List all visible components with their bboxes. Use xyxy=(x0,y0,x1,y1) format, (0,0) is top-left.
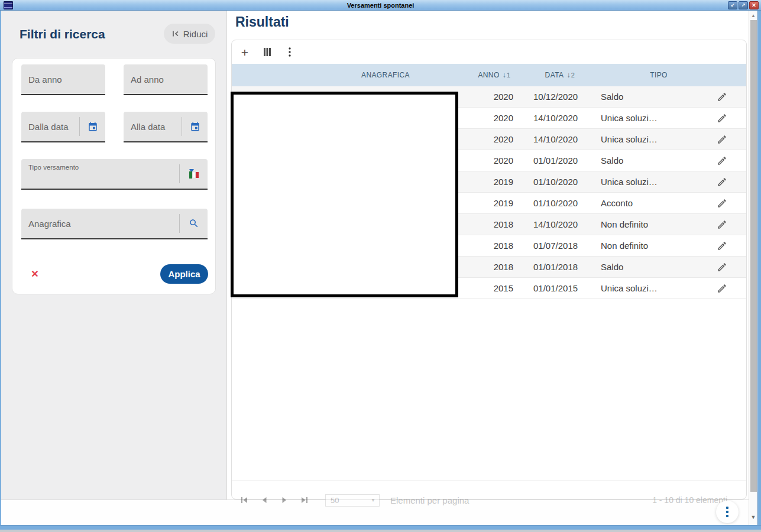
scrollbar-thumb[interactable] xyxy=(750,20,757,492)
da-anno-field xyxy=(21,64,105,95)
pencil-icon xyxy=(717,219,727,230)
pencil-icon xyxy=(717,262,727,273)
pencil-icon xyxy=(717,283,727,294)
alla-data-calendar-button[interactable] xyxy=(182,117,208,136)
minimize-button[interactable]: ↙ xyxy=(728,1,737,9)
kebab-menu-icon xyxy=(726,507,728,517)
sort-order-badge: 2 xyxy=(571,72,575,79)
calendar-icon xyxy=(190,121,200,132)
pencil-icon xyxy=(717,113,727,124)
pencil-icon xyxy=(717,92,727,102)
table-header-row: ANAGRAFICA ANNO ↓ 1 DATA ↓ 2 TIPO xyxy=(232,64,746,86)
window-frame-right xyxy=(757,11,761,525)
tipo-versamento-select-button[interactable] xyxy=(179,164,208,183)
dalla-data-calendar-button[interactable] xyxy=(79,117,105,136)
results-title: Risultati xyxy=(235,14,289,30)
tipo-versamento-label: Tipo versamento xyxy=(28,164,79,171)
search-icon xyxy=(189,218,199,229)
vertical-scrollbar[interactable]: ▲ ▼ xyxy=(749,11,757,525)
pagination-range-label: 1 - 10 di 10 elementi xyxy=(652,495,727,505)
edit-row-button[interactable] xyxy=(714,153,730,168)
collapse-label: Riduci xyxy=(183,29,208,39)
results-toolbar: + xyxy=(232,40,297,64)
maximize-button[interactable]: ↗ xyxy=(739,1,748,9)
card-footer-divider xyxy=(232,481,746,481)
edit-row-button[interactable] xyxy=(714,196,730,211)
previous-page-button[interactable] xyxy=(260,496,268,504)
window-titlebar[interactable]: Versamenti spontanei ↙ ↗ ✕ xyxy=(0,0,761,11)
collapse-filters-button[interactable]: Riduci xyxy=(164,24,215,44)
clear-filters-button[interactable]: ✕ xyxy=(28,267,42,281)
dalla-data-field xyxy=(21,112,105,142)
edit-row-button[interactable] xyxy=(714,174,730,190)
table-menu-button[interactable] xyxy=(283,45,297,59)
columns-icon xyxy=(263,47,272,57)
scroll-down-arrow-icon[interactable]: ▼ xyxy=(749,514,757,520)
plus-icon: + xyxy=(241,46,248,59)
edit-row-button[interactable] xyxy=(714,217,730,232)
ad-anno-field xyxy=(124,64,208,95)
apply-filters-button[interactable]: Applica xyxy=(160,264,208,284)
clear-icon: ✕ xyxy=(31,269,38,279)
items-per-page-label: Elementi per pagina xyxy=(390,495,469,505)
page-size-value: 50 xyxy=(331,496,339,505)
sort-order-badge: 1 xyxy=(507,72,511,79)
window-content: Filtri di ricerca Riduci xyxy=(1,11,757,525)
edit-row-button[interactable] xyxy=(714,259,730,275)
sort-desc-icon: ↓ xyxy=(503,71,506,79)
scroll-up-arrow-icon[interactable]: ▲ xyxy=(749,13,757,18)
anagrafica-field xyxy=(21,209,208,239)
pencil-icon xyxy=(717,134,727,145)
collapse-left-icon xyxy=(171,30,180,38)
add-row-button[interactable]: + xyxy=(238,45,252,59)
chevron-down-icon: ▼ xyxy=(371,498,375,503)
edit-row-button[interactable] xyxy=(714,132,730,147)
tipo-versamento-field[interactable]: Tipo versamento xyxy=(21,159,208,190)
alla-data-field xyxy=(124,112,208,142)
filter-card: Tipo versamento xyxy=(12,58,216,294)
previous-page-icon xyxy=(260,496,268,504)
italy-flag-dropdown-icon xyxy=(187,168,200,179)
more-actions-fab[interactable] xyxy=(716,501,739,523)
header-anagrafica[interactable]: ANAGRAFICA xyxy=(232,64,468,86)
edit-row-button[interactable] xyxy=(714,111,730,126)
footer-bar: 50 ▼ Elementi per pagina 1 - 10 di 10 el… xyxy=(1,499,749,525)
next-page-icon xyxy=(280,496,289,504)
close-button[interactable]: ✕ xyxy=(749,1,759,9)
page-size-select[interactable]: 50 ▼ xyxy=(325,494,380,507)
header-tipo[interactable]: TIPO xyxy=(600,64,688,86)
ad-anno-input[interactable] xyxy=(124,64,208,94)
last-page-icon xyxy=(300,496,309,504)
pencil-icon xyxy=(717,198,727,209)
header-data[interactable]: DATA ↓ 2 xyxy=(520,64,600,86)
edit-row-button[interactable] xyxy=(714,281,730,296)
first-page-button[interactable] xyxy=(240,496,248,504)
maximize-icon: ↗ xyxy=(741,3,746,8)
edit-row-button[interactable] xyxy=(714,89,730,105)
filters-sidebar: Filtri di ricerca Riduci xyxy=(1,11,227,499)
header-anno[interactable]: ANNO ↓ 1 xyxy=(468,64,520,86)
sort-desc-icon: ↓ xyxy=(566,71,570,79)
da-anno-input[interactable] xyxy=(21,64,105,94)
close-icon: ✕ xyxy=(752,3,756,8)
filters-title: Filtri di ricerca xyxy=(20,27,105,41)
anagrafica-search-button[interactable] xyxy=(179,214,208,233)
paginator: 50 ▼ Elementi per pagina xyxy=(240,493,469,507)
pencil-icon xyxy=(717,177,727,187)
next-page-button[interactable] xyxy=(280,496,289,504)
window-frame-bottom xyxy=(0,525,761,530)
minimize-icon: ↙ xyxy=(731,3,735,8)
results-panel: Risultati + xyxy=(228,11,749,499)
calendar-icon xyxy=(88,121,98,132)
header-actions xyxy=(688,64,746,86)
app-window: Versamenti spontanei ↙ ↗ ✕ Filtri di ric… xyxy=(0,0,761,530)
redaction-overlay xyxy=(231,92,458,297)
columns-button[interactable] xyxy=(260,45,274,59)
pencil-icon xyxy=(717,241,727,251)
edit-row-button[interactable] xyxy=(714,238,730,254)
kebab-menu-icon xyxy=(289,47,291,57)
pencil-icon xyxy=(717,155,727,166)
app-icon xyxy=(4,1,13,9)
last-page-button[interactable] xyxy=(300,496,309,504)
first-page-icon xyxy=(240,496,248,504)
